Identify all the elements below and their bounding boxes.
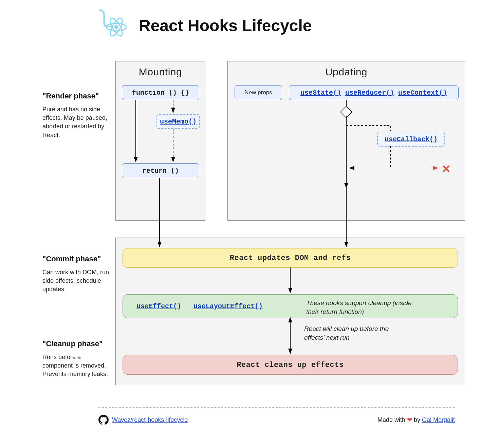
made-with: Made with ❤ by Gal Margalit	[377, 416, 455, 424]
uselayouteffect-link[interactable]: useLayoutEffect()	[193, 302, 263, 310]
cleanup-support-note: These hooks support cleanup (inside thei…	[306, 299, 415, 316]
commit-panel: React updates DOM and refs useEffect() u…	[115, 238, 465, 385]
usememo-box[interactable]: useMemo()	[156, 114, 200, 129]
x-icon: ✕	[442, 163, 451, 175]
author-link[interactable]: Gal Margalit	[422, 416, 455, 423]
mounting-title: Mounting	[116, 61, 205, 81]
usecontext-link[interactable]: useContext()	[398, 89, 447, 97]
cleanup-box: React cleans up effects	[123, 355, 458, 375]
state-hooks-box: useState() useReducer() useContext()	[289, 85, 459, 100]
usecallback-box[interactable]: useCallback()	[377, 132, 445, 147]
react-logo-icon	[95, 10, 131, 42]
heart-icon: ❤	[407, 416, 412, 423]
return-box: return ()	[122, 163, 199, 178]
mounting-panel: Mounting function () {} useMemo() return…	[115, 61, 205, 221]
commit-phase-label: "Commit phase" Can work with DOM, run si…	[42, 255, 110, 294]
page-title: React Hooks Lifecycle	[139, 16, 312, 35]
repo-link[interactable]: Wavez/react-hooks-lifecycle	[112, 416, 188, 424]
useeffect-link[interactable]: useEffect()	[136, 302, 181, 310]
dom-update-box: React updates DOM and refs	[123, 248, 458, 268]
cleanup-phase-label: "Cleanup phase" Runs before a component …	[42, 339, 110, 379]
updating-panel: Updating New props useState() useReducer…	[227, 61, 465, 221]
function-body-box: function () {}	[122, 85, 199, 100]
cleanup-order-note: React will clean up before the effects' …	[304, 324, 406, 342]
new-props-box: New props	[235, 85, 282, 100]
github-icon	[98, 415, 109, 425]
svg-point-0	[114, 25, 118, 29]
updating-title: Updating	[228, 61, 465, 81]
footer: Wavez/react-hooks-lifecycle Made with ❤ …	[98, 407, 455, 425]
usestate-link[interactable]: useState()	[300, 89, 341, 97]
render-phase-label: "Render phase" Pure and has no side effe…	[42, 92, 110, 139]
usereducer-link[interactable]: useReducer()	[345, 89, 394, 97]
effect-hooks-box: useEffect() useLayoutEffect() These hook…	[123, 294, 458, 318]
